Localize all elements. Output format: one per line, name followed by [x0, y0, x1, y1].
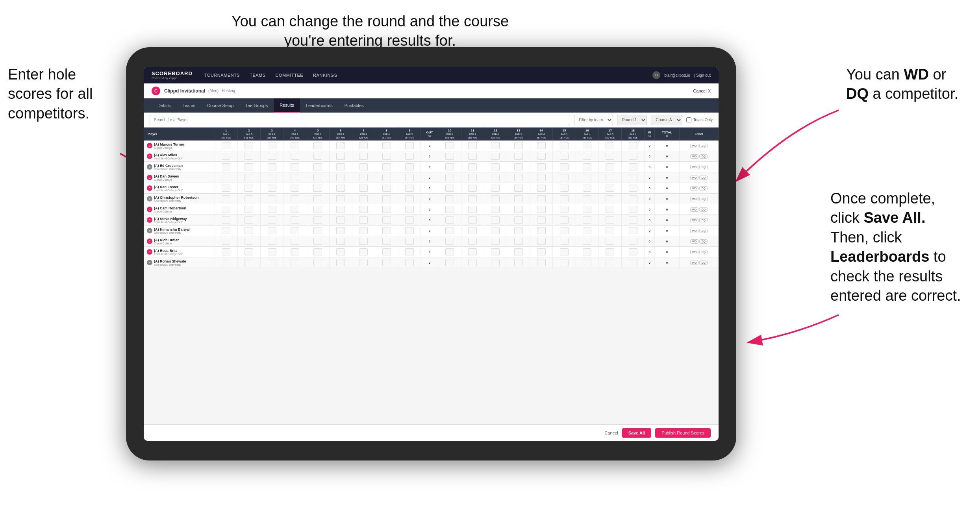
score-input-1[interactable] — [222, 142, 230, 149]
cancel-button[interactable]: Cancel X — [693, 89, 711, 93]
score-input-17[interactable] — [606, 195, 614, 202]
score-cell-1[interactable] — [215, 194, 237, 204]
tab-details[interactable]: Details — [152, 98, 177, 113]
score-input-14[interactable] — [537, 238, 546, 245]
score-cell-8[interactable] — [375, 204, 398, 215]
score-cell-11[interactable] — [461, 194, 484, 204]
score-cell-5[interactable] — [306, 172, 329, 183]
score-input-11[interactable] — [468, 259, 477, 266]
score-input-12[interactable] — [491, 238, 500, 245]
score-input-5[interactable] — [313, 227, 322, 234]
score-cell-11[interactable] — [461, 215, 484, 226]
score-cell-1[interactable] — [215, 247, 237, 257]
score-input-17[interactable] — [606, 216, 614, 224]
score-input-15[interactable] — [560, 185, 569, 192]
score-cell-17[interactable] — [598, 247, 621, 257]
wd-button[interactable]: WD — [690, 144, 699, 148]
score-input-16[interactable] — [583, 248, 591, 255]
score-input-6[interactable] — [336, 142, 345, 149]
score-cell-12[interactable] — [484, 172, 507, 183]
dq-button[interactable]: DQ — [699, 250, 708, 254]
score-input-17[interactable] — [606, 185, 614, 192]
score-cell-8[interactable] — [375, 194, 398, 204]
score-input-1[interactable] — [222, 195, 230, 202]
score-cell-14[interactable] — [530, 204, 553, 215]
tab-results[interactable]: Results — [274, 98, 300, 113]
score-cell-2[interactable] — [237, 226, 260, 236]
score-cell-12[interactable] — [484, 257, 507, 268]
score-input-1[interactable] — [222, 153, 230, 160]
wd-button[interactable]: WD — [690, 176, 699, 180]
score-input-9[interactable] — [405, 259, 414, 266]
score-cell-18[interactable] — [622, 141, 645, 151]
score-cell-1[interactable] — [215, 162, 237, 172]
dq-button[interactable]: DQ — [699, 144, 708, 148]
score-cell-9[interactable] — [398, 257, 421, 268]
score-input-10[interactable] — [445, 248, 454, 255]
dq-button[interactable]: DQ — [699, 239, 708, 244]
score-cell-6[interactable] — [329, 172, 352, 183]
score-input-6[interactable] — [336, 206, 345, 213]
score-cell-8[interactable] — [375, 257, 398, 268]
score-cell-14[interactable] — [530, 162, 553, 172]
score-input-18[interactable] — [629, 153, 637, 160]
score-cell-5[interactable] — [306, 151, 329, 162]
score-input-17[interactable] — [606, 142, 614, 149]
score-input-12[interactable] — [491, 227, 500, 234]
nav-committee[interactable]: COMMITTEE — [276, 73, 304, 78]
score-input-14[interactable] — [537, 248, 546, 255]
score-cell-12[interactable] — [484, 162, 507, 172]
score-input-16[interactable] — [583, 153, 591, 160]
wd-button[interactable]: WD — [690, 239, 699, 244]
score-input-8[interactable] — [382, 216, 391, 224]
score-input-11[interactable] — [468, 163, 477, 170]
score-input-8[interactable] — [382, 238, 391, 245]
score-input-17[interactable] — [606, 259, 614, 266]
score-cell-14[interactable] — [530, 226, 553, 236]
score-input-11[interactable] — [468, 153, 477, 160]
score-input-8[interactable] — [382, 195, 391, 202]
score-input-1[interactable] — [222, 216, 230, 224]
score-input-10[interactable] — [445, 185, 454, 192]
score-input-12[interactable] — [491, 248, 500, 255]
score-cell-8[interactable] — [375, 226, 398, 236]
score-input-13[interactable] — [514, 185, 523, 192]
score-input-6[interactable] — [336, 227, 345, 234]
score-input-14[interactable] — [537, 259, 546, 266]
score-input-12[interactable] — [491, 185, 500, 192]
score-input-12[interactable] — [491, 259, 500, 266]
dq-button[interactable]: DQ — [699, 229, 708, 233]
score-input-11[interactable] — [468, 238, 477, 245]
score-input-16[interactable] — [583, 216, 591, 224]
score-cell-9[interactable] — [398, 194, 421, 204]
score-cell-16[interactable] — [576, 194, 598, 204]
score-input-2[interactable] — [245, 259, 253, 266]
score-input-15[interactable] — [560, 142, 569, 149]
score-cell-16[interactable] — [576, 172, 598, 183]
score-input-6[interactable] — [336, 238, 345, 245]
score-cell-5[interactable] — [306, 226, 329, 236]
score-cell-17[interactable] — [598, 236, 621, 247]
score-cell-13[interactable] — [507, 194, 530, 204]
score-cell-2[interactable] — [237, 204, 260, 215]
score-cell-1[interactable] — [215, 236, 237, 247]
score-input-10[interactable] — [445, 142, 454, 149]
score-cell-6[interactable] — [329, 183, 352, 194]
score-cell-5[interactable] — [306, 257, 329, 268]
score-input-17[interactable] — [606, 206, 614, 213]
score-cell-15[interactable] — [553, 215, 576, 226]
score-cell-9[interactable] — [398, 215, 421, 226]
score-cell-4[interactable] — [283, 257, 306, 268]
score-cell-6[interactable] — [329, 151, 352, 162]
score-cell-16[interactable] — [576, 236, 598, 247]
score-cell-10[interactable] — [438, 226, 461, 236]
score-input-9[interactable] — [405, 227, 414, 234]
score-input-9[interactable] — [405, 216, 414, 224]
score-cell-8[interactable] — [375, 183, 398, 194]
score-input-16[interactable] — [583, 174, 591, 181]
score-input-12[interactable] — [491, 142, 500, 149]
score-input-16[interactable] — [583, 195, 591, 202]
score-input-18[interactable] — [629, 195, 637, 202]
score-cell-15[interactable] — [553, 172, 576, 183]
score-input-16[interactable] — [583, 142, 591, 149]
